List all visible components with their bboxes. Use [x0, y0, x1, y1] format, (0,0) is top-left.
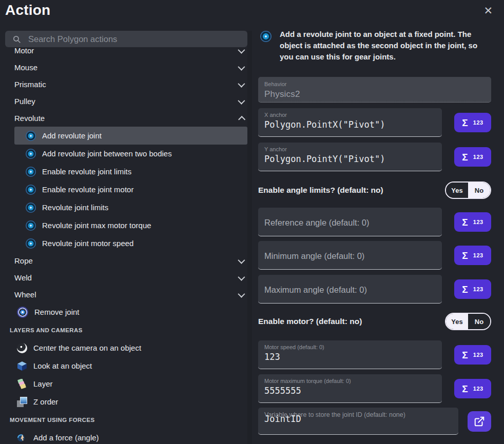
category-label: Weld [14, 273, 32, 282]
action-label: Enable revolute joint limits [42, 167, 131, 176]
section-header-layers-and-cameras: LAYERS AND CAMERAS [10, 321, 252, 339]
numbers-icon: 123 [473, 286, 483, 292]
action-label: Revolute joint max motor torque [42, 221, 151, 230]
parameter-list: BehaviorPhysics2X anchorPolygon.PointX("… [258, 77, 491, 435]
action-item-revolute-joint-motor-speed[interactable]: Revolute joint motor speed [14, 234, 247, 252]
sigma-icon: Σ [462, 152, 468, 162]
sigma-icon: Σ [462, 350, 468, 360]
action-description: Add a revolute joint to an object at a f… [280, 29, 485, 63]
sigma-icon: Σ [462, 118, 468, 128]
action-item-revolute-joint-limits[interactable]: Revolute joint limits [14, 198, 247, 216]
field-behavior: BehaviorPhysics2 [258, 77, 491, 103]
action-description-block: Add a revolute joint to an object at a f… [258, 29, 491, 63]
toggle-option-no[interactable]: No [468, 314, 490, 329]
revolute-joint-icon [26, 238, 36, 249]
action-item-z-order[interactable]: Z order [14, 393, 247, 411]
toggle-label: Enable motor? (default: no) [258, 317, 362, 326]
field-motor-speed-default-0[interactable]: Motor speed (default: 0)123 [258, 340, 442, 369]
chevron-down-icon [238, 256, 245, 264]
expression-editor-button[interactable]: Σ123 [454, 147, 491, 167]
category-weld[interactable]: Weld [14, 269, 247, 286]
revolute-joint-icon [26, 185, 36, 195]
expression-editor-button[interactable]: Σ123 [454, 279, 491, 299]
chevron-down-icon [238, 46, 245, 53]
field-label: Y anchor [264, 146, 436, 153]
toggle-row-enable-motor-default-no: Enable motor? (default: no)YesNo [258, 313, 491, 330]
action-list: MotorMousePrismaticPulleyRevoluteAdd rev… [0, 42, 252, 444]
action-item-center-the-camera-on-an-object[interactable]: Center the camera on an object [14, 339, 247, 357]
field-x-anchor[interactable]: X anchorPolygon.PointX("Pivot") [258, 108, 442, 137]
expression-editor-button[interactable]: Σ123 [454, 113, 491, 132]
category-label: Rope [14, 256, 33, 265]
field-value: Physics2 [264, 88, 485, 100]
field-value: 5555555 [264, 385, 436, 397]
search-input[interactable] [27, 34, 247, 45]
revolute-joint-icon [26, 203, 36, 213]
expression-editor-button[interactable]: Σ123 [454, 246, 491, 265]
action-label: Remove joint [34, 308, 80, 316]
category-label: Pulley [14, 97, 35, 106]
category-prismatic[interactable]: Prismatic [14, 76, 247, 93]
action-label: Revolute joint motor speed [42, 239, 133, 248]
toggle-option-yes[interactable]: Yes [446, 183, 468, 198]
action-label: Add a force (angle) [33, 433, 99, 442]
action-item-add-a-force-angle[interactable]: Add a force (angle) [14, 429, 247, 444]
field-motor-maximum-torque-default-0[interactable]: Motor maximum torque (default: 0)5555555 [258, 374, 442, 403]
action-item-add-revolute-joint[interactable]: Add revolute joint [14, 127, 247, 145]
force-icon [17, 433, 27, 443]
field-value: Polygon.PointY("Pivot") [264, 153, 436, 166]
field-y-anchor[interactable]: Y anchorPolygon.PointY("Pivot") [258, 143, 442, 171]
category-label: Revolute [14, 114, 45, 123]
action-item-add-revolute-joint-between-two-bodies[interactable]: Add revolute joint between two bodies [14, 145, 247, 163]
action-item-remove-joint[interactable]: Remove joint [14, 303, 247, 321]
action-label: Layer [33, 379, 53, 388]
field-label: Motor maximum torque (default: 0) [264, 378, 436, 385]
action-item-enable-revolute-joint-motor[interactable]: Enable revolute joint motor [14, 180, 247, 198]
field-label: X anchor [264, 112, 436, 118]
field-maximum-angle-default-0[interactable]: Maximum angle (default: 0) [258, 275, 442, 304]
chevron-down-icon [238, 273, 245, 280]
action-label: Add revolute joint [42, 131, 102, 140]
category-wheel[interactable]: Wheel [14, 286, 247, 303]
revolute-joint-icon [260, 31, 272, 42]
category-label: Motor [14, 46, 34, 55]
action-label: Add revolute joint between two bodies [42, 149, 172, 158]
field-variable-where-to-store-the-joint-id-default-none[interactable]: Variable where to store the joint ID (de… [258, 408, 458, 435]
sigma-icon: Σ [462, 251, 468, 260]
field-label: Motor speed (default: 0) [264, 344, 436, 351]
numbers-icon: 123 [473, 119, 483, 126]
expression-editor-button[interactable]: Σ123 [454, 345, 491, 365]
category-rope[interactable]: Rope [14, 252, 247, 269]
parameters-panel: Add a revolute joint to an object at a f… [252, 0, 504, 444]
dialog-title: Action [5, 2, 50, 18]
chevron-down-icon [238, 290, 245, 297]
numbers-icon: 123 [473, 219, 483, 225]
action-item-enable-revolute-joint-limits[interactable]: Enable revolute joint limits [14, 163, 247, 180]
chevron-down-icon [238, 63, 245, 70]
field-minimum-angle-default-0[interactable]: Minimum angle (default: 0) [258, 241, 442, 270]
category-revolute[interactable]: Revolute [14, 110, 247, 127]
chevron-up-icon [238, 116, 245, 123]
section-header-movement-using-forces: MOVEMENT USING FORCES [10, 411, 252, 429]
category-pulley[interactable]: Pulley [14, 93, 247, 110]
action-item-layer[interactable]: Layer [14, 375, 247, 393]
expression-editor-button[interactable]: Σ123 [454, 379, 491, 398]
revolute-joint-icon [26, 131, 36, 141]
numbers-icon: 123 [473, 252, 483, 258]
category-mouse[interactable]: Mouse [14, 59, 247, 76]
field-placeholder: Reference angle (default: 0) [264, 218, 370, 228]
category-label: Mouse [14, 63, 37, 72]
field-reference-angle-default-0[interactable]: Reference angle (default: 0) [258, 208, 442, 236]
action-item-revolute-joint-max-motor-torque[interactable]: Revolute joint max motor torque [14, 216, 247, 234]
numbers-icon: 123 [473, 352, 483, 358]
expression-editor-button[interactable]: Σ123 [454, 212, 491, 232]
action-label: Center the camera on an object [33, 344, 141, 352]
toggle-option-no[interactable]: No [468, 183, 490, 198]
toggle-option-yes[interactable]: Yes [446, 314, 468, 329]
sigma-icon: Σ [462, 384, 468, 394]
open-variable-picker-button[interactable] [468, 411, 491, 432]
toggle-label: Enable angle limits? (default: no) [258, 186, 383, 195]
action-item-look-at-an-object[interactable]: Look at an object [14, 357, 247, 375]
z-order-icon [17, 397, 27, 407]
yes-no-toggle: YesNo [445, 181, 491, 199]
